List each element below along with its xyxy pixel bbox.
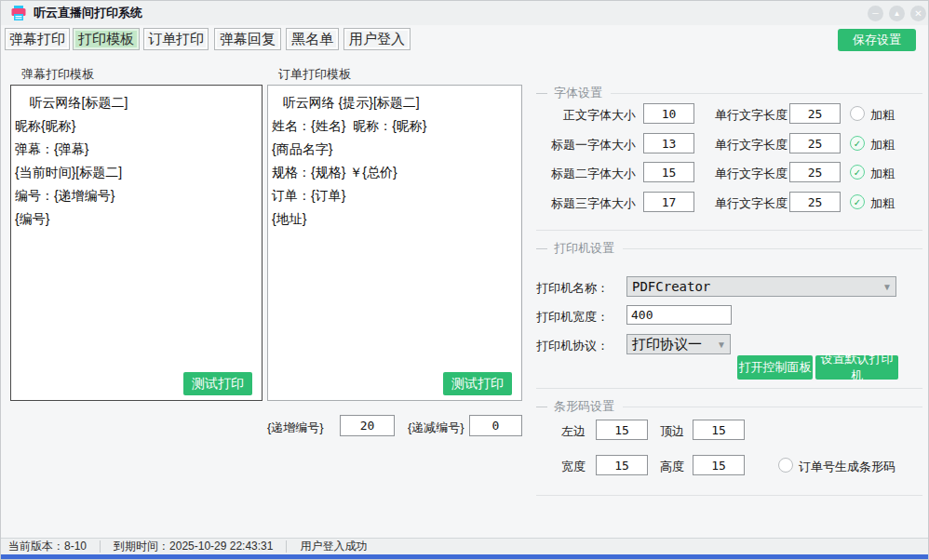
title2-font-size-input[interactable] — [643, 162, 694, 182]
printer-name-row: 打印机名称： PDFCreator ▼ — [536, 276, 922, 297]
tab-order-print[interactable]: 订单打印 — [143, 28, 209, 50]
order-test-print-button[interactable]: 测试打印 — [443, 372, 512, 395]
printer-protocol-select[interactable]: 打印协议一 ▼ — [626, 334, 731, 354]
printer-settings-header: 打印机设置 — [536, 241, 922, 256]
increment-number-input[interactable] — [340, 415, 395, 436]
barcode-width-label: 宽度 — [561, 459, 586, 475]
tab-print-template[interactable]: 打印模板 — [73, 28, 140, 50]
printer-protocol-label: 打印机协议： — [536, 338, 618, 354]
order-template-label: 订单打印模板 — [278, 66, 351, 83]
login-status: 用户登入成功 — [300, 539, 367, 554]
bold-label: 加粗 — [870, 137, 895, 153]
font-row-title1: 标题一字体大小 单行文字长度 ✓ 加粗 — [536, 133, 922, 153]
printer-name-label: 打印机名称： — [536, 280, 618, 297]
tab-user-login[interactable]: 用户登入 — [343, 28, 411, 50]
minimize-button[interactable]: ─ — [868, 6, 883, 21]
tab-danmu-reply[interactable]: 弹幕回复 — [214, 28, 281, 50]
dropdown-arrow-icon: ▼ — [879, 282, 895, 292]
bottom-accent-strip — [1, 554, 929, 560]
title3-line-length-input[interactable] — [789, 192, 841, 212]
save-settings-button[interactable]: 保存设置 — [838, 29, 916, 51]
line-length-label: 单行文字长度 — [715, 195, 788, 212]
title1-font-size-input[interactable] — [643, 133, 694, 153]
dropdown-arrow-icon: ▼ — [713, 340, 730, 350]
barcode-width-input[interactable] — [596, 455, 648, 475]
printer-width-input[interactable] — [626, 305, 732, 325]
danmu-template-panel: 听云网络[标题二] 昵称{昵称} 弹幕：{弹幕} {当前时间}[标题二] 编号：… — [10, 85, 263, 401]
maximize-button[interactable]: ▲ — [889, 6, 905, 21]
close-icon: ✕ — [914, 9, 922, 19]
decrement-number-label: {递减编号} — [408, 420, 464, 436]
title1-font-size-label: 标题一字体大小 — [536, 137, 636, 153]
increment-number-label: {递增编号} — [267, 420, 324, 436]
title2-bold-checkbox[interactable]: ✓ — [850, 165, 865, 180]
version-status: 当前版本：8-10 — [8, 539, 87, 554]
order-template-panel: 听云网络 {提示}[标题二] 姓名：{姓名} 昵称：{昵称} {商品名字} 规格… — [267, 85, 522, 401]
font-row-title2: 标题二字体大小 单行文字长度 ✓ 加粗 — [536, 162, 922, 182]
check-icon: ✓ — [854, 167, 861, 178]
font-settings-header: 字体设置 — [536, 86, 922, 100]
barcode-top-label: 顶边 — [660, 423, 684, 440]
order-barcode-radio[interactable] — [778, 458, 793, 473]
maximize-icon: ▲ — [894, 10, 901, 18]
font-settings-title: 字体设置 — [554, 85, 602, 101]
title3-bold-checkbox[interactable]: ✓ — [850, 194, 865, 209]
separator — [536, 230, 922, 231]
title3-font-size-label: 标题三字体大小 — [536, 195, 636, 212]
decrement-number-input[interactable] — [469, 415, 522, 436]
body-font-size-label: 正文字体大小 — [536, 107, 636, 124]
status-divider — [286, 540, 287, 553]
minimize-icon: ─ — [872, 9, 878, 18]
bold-label: 加粗 — [870, 166, 895, 182]
barcode-top-input[interactable] — [693, 420, 745, 440]
font-row-body: 正文字体大小 单行文字长度 ✓ 加粗 — [536, 103, 922, 124]
separator — [536, 388, 922, 389]
barcode-height-label: 高度 — [660, 459, 684, 475]
printer-icon — [10, 5, 27, 21]
printer-settings-title: 打印机设置 — [554, 240, 614, 257]
danmu-template-textarea[interactable]: 听云网络[标题二] 昵称{昵称} 弹幕：{弹幕} {当前时间}[标题二] 编号：… — [11, 86, 262, 400]
barcode-left-label: 左边 — [561, 423, 586, 440]
font-row-title3: 标题三字体大小 单行文字长度 ✓ 加粗 — [536, 192, 922, 212]
bold-label: 加粗 — [870, 195, 895, 212]
status-divider — [100, 540, 101, 553]
set-default-printer-button[interactable]: 设置默认打印机 — [815, 355, 898, 380]
title1-bold-checkbox[interactable]: ✓ — [850, 136, 865, 151]
tab-blacklist[interactable]: 黑名单 — [286, 28, 339, 50]
status-bar: 当前版本：8-10 到期时间：2025-10-29 22:43:31 用户登入成… — [1, 538, 929, 554]
barcode-height-input[interactable] — [693, 455, 745, 475]
body-font-size-input[interactable] — [643, 103, 694, 124]
barcode-settings-header: 条形码设置 — [536, 399, 922, 414]
barcode-row-1: 左边 顶边 — [536, 420, 922, 440]
line-length-label: 单行文字长度 — [715, 107, 788, 124]
order-barcode-label: 订单号生成条形码 — [799, 459, 895, 475]
order-template-textarea[interactable]: 听云网络 {提示}[标题二] 姓名：{姓名} 昵称：{昵称} {商品名字} 规格… — [268, 86, 521, 400]
barcode-left-input[interactable] — [596, 420, 648, 440]
close-button[interactable]: ✕ — [910, 6, 926, 21]
printer-name-value: PDFCreator — [627, 279, 879, 294]
check-icon: ✓ — [854, 197, 861, 207]
printer-width-label: 打印机宽度： — [536, 309, 618, 326]
open-control-panel-button[interactable]: 打开控制面板 — [737, 355, 813, 380]
title1-line-length-input[interactable] — [789, 133, 841, 153]
line-length-label: 单行文字长度 — [715, 166, 788, 182]
danmu-test-print-button[interactable]: 测试打印 — [183, 372, 252, 395]
title2-font-size-label: 标题二字体大小 — [536, 166, 636, 182]
danmu-template-label: 弹幕打印模板 — [21, 66, 94, 83]
body-bold-checkbox[interactable]: ✓ — [850, 106, 865, 121]
printer-width-row: 打印机宽度： — [536, 305, 922, 326]
barcode-row-2: 宽度 高度 订单号生成条形码 — [536, 455, 922, 475]
app-title: 听云直播间打印系统 — [34, 5, 142, 21]
printer-name-select[interactable]: PDFCreator ▼ — [626, 276, 896, 297]
tab-danmu-print[interactable]: 弹幕打印 — [5, 28, 70, 50]
title2-line-length-input[interactable] — [789, 162, 841, 182]
bold-label: 加粗 — [870, 107, 895, 124]
title3-font-size-input[interactable] — [643, 192, 694, 212]
barcode-settings-title: 条形码设置 — [554, 398, 614, 415]
line-length-label: 单行文字长度 — [715, 137, 788, 153]
printer-protocol-value: 打印协议一 — [627, 336, 713, 353]
check-icon: ✓ — [854, 139, 861, 149]
body-line-length-input[interactable] — [789, 103, 841, 124]
expire-time-status: 到期时间：2025-10-29 22:43:31 — [114, 539, 273, 554]
separator — [536, 495, 922, 496]
